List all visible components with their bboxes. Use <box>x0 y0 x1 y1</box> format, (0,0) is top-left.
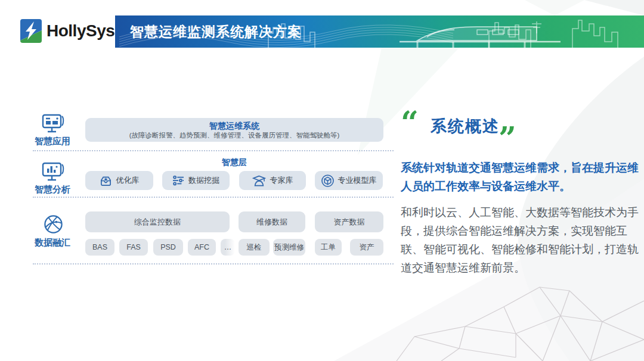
row-label-data-fusion: 数据融汇 <box>30 237 75 248</box>
optimization-library-icon <box>100 175 112 186</box>
capability-label: 专业模型库 <box>338 175 377 186</box>
overview-body-paragraph: 和利时以云、人工智能、大数据等智能技术为手段，提供综合智能运维解决方案，实现智能… <box>401 203 644 277</box>
data-item-psd: PSD <box>153 239 183 256</box>
monitor-chart-icon <box>42 162 64 183</box>
data-group-monitoring: 综合监控数据 <box>85 211 230 232</box>
monitor-dashboard-icon <box>42 114 64 135</box>
data-item-bas: BAS <box>85 239 114 256</box>
data-group-maintenance: 维修数据 <box>239 211 305 232</box>
open-quote-icon: “ <box>401 107 419 138</box>
capability-label: 优化库 <box>116 175 140 186</box>
capability-label: 专家库 <box>270 175 293 186</box>
capability-box-optimization: 优化库 <box>85 171 153 190</box>
hollysys-logo-icon <box>20 18 42 43</box>
capability-label: 数据挖掘 <box>188 175 219 186</box>
logo-text: HollySys <box>47 21 114 41</box>
capability-box-model: 专业模型库 <box>315 171 383 190</box>
row-label-smart-analysis: 智慧分析 <box>30 184 75 195</box>
smart-om-system-title: 智慧运维系统 <box>209 120 259 131</box>
data-item-predictive: 预测维修 <box>273 239 305 256</box>
smart-layer-title: 智慧层 <box>85 157 383 168</box>
data-item-asset: 资产 <box>350 239 383 256</box>
globe-icon <box>43 214 64 235</box>
close-quote-icon: ” <box>499 123 516 154</box>
data-mining-icon <box>172 175 184 186</box>
smart-om-system-box: 智慧运维系统 (故障诊断报警、趋势预测、维修管理、设备履历管理、智能驾驶舱等) <box>85 118 383 142</box>
data-item-more: … <box>221 239 235 256</box>
capability-box-data-mining: 数据挖掘 <box>162 171 230 190</box>
overview-title: 系统概述 <box>431 116 500 137</box>
row-label-smart-application: 智慧应用 <box>30 136 75 147</box>
overview-highlight-paragraph: 系统针对轨道交通智慧运维需求，旨在提升运维人员的工作效率与设备运维水平。 <box>401 158 644 195</box>
smart-om-system-subtitle: (故障诊断报警、趋势预测、维修管理、设备履历管理、智能驾驶舱等) <box>129 131 340 140</box>
data-item-fas: FAS <box>119 239 148 256</box>
data-item-workorder: 工单 <box>315 239 342 256</box>
dotted-divider <box>33 197 394 198</box>
dotted-divider <box>33 263 394 264</box>
data-group-asset: 资产数据 <box>315 211 383 232</box>
capability-box-expert: 专家库 <box>239 171 306 190</box>
page-title: 智慧运维监测系统解决方案 <box>130 15 302 48</box>
data-item-afc: AFC <box>188 239 216 256</box>
expert-library-icon <box>252 175 266 186</box>
data-item-inspection: 巡检 <box>239 239 270 256</box>
dotted-divider <box>33 150 394 151</box>
hollysys-logo: HollySys <box>20 18 114 43</box>
model-library-icon <box>321 175 334 187</box>
title-banner: 智慧运维监测系统解决方案 <box>115 15 644 48</box>
